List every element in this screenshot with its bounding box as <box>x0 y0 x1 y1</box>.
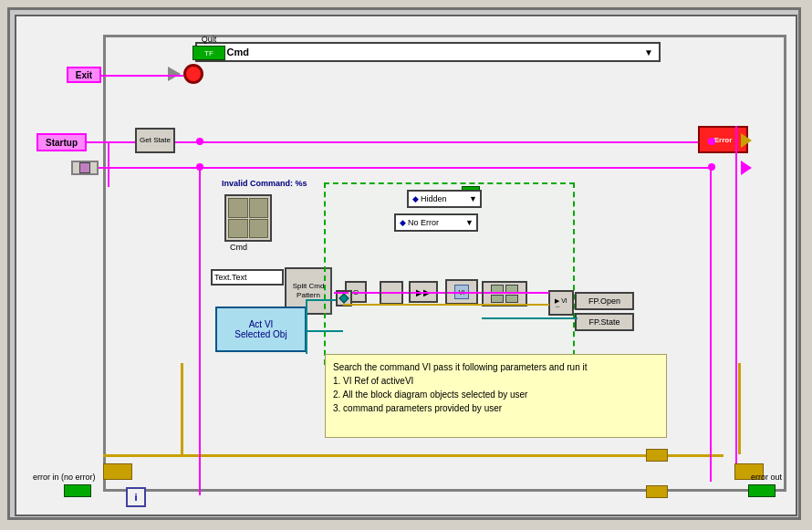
act-vi-node[interactable]: Act VI Selected Obj <box>215 307 307 352</box>
no-error-label: No Error <box>408 218 439 227</box>
left-indicator-1 <box>71 161 99 175</box>
act-vi-line2: Selected Obj <box>234 329 286 339</box>
page-identifier: i <box>126 487 146 507</box>
yellow-mid-node <box>646 449 668 462</box>
long-pink-wire <box>175 141 713 143</box>
error-in-indicator <box>64 484 91 497</box>
yellow-bottom-node <box>646 485 668 498</box>
cmd-array-display <box>224 194 272 242</box>
error-out-indicator <box>748 484 776 497</box>
tf-indicator: TF <box>193 46 225 60</box>
yellow-box-left <box>103 463 132 480</box>
trigger-arrow <box>168 67 181 81</box>
info-line4: 3. command parameters provided by user <box>333 401 659 415</box>
connector-dot-3 <box>196 163 203 171</box>
mid-h-wire-4 <box>411 292 445 294</box>
stop-button[interactable] <box>183 64 203 84</box>
connector-dot-2 <box>708 138 715 145</box>
mid-h-wire-2 <box>352 292 380 294</box>
info-line1: Search the command VI pass it following … <box>333 360 659 374</box>
info-line2: 1. VI Ref of activeVI <box>333 374 659 388</box>
act-vi-line1: Act VI <box>249 319 274 329</box>
fp-open-node[interactable]: FP.Open <box>575 292 634 310</box>
connector-dot-4 <box>708 163 715 171</box>
yellow-mid-wire <box>343 304 549 306</box>
inner-green-frame <box>324 182 575 365</box>
hidden-dropdown[interactable]: ◆ Hidden ▼ <box>407 190 482 208</box>
arrow-right-2 <box>741 161 752 175</box>
vi-small-box[interactable]: ▶ VI ↔ <box>548 290 574 316</box>
exit-button[interactable]: Exit <box>67 67 101 83</box>
dropdown-icon: ▼ <box>644 47 653 57</box>
run-cmd-dropdown[interactable]: Run Cmd ▼ <box>195 42 661 62</box>
startup-button[interactable]: Startup <box>36 133 87 151</box>
mid-h-wire-6 <box>484 292 549 294</box>
pink-v-wire-inner-right <box>710 167 712 482</box>
arrow-right-1 <box>741 133 752 148</box>
error-out-label: error out <box>751 473 782 482</box>
cyan-wire-v <box>306 299 307 354</box>
startup-wire-h <box>87 141 135 143</box>
pink-v-wire-inner-left <box>199 167 201 495</box>
yellow-wire-h <box>103 454 724 457</box>
left-v-wire-pink <box>108 141 109 187</box>
mid-h-wire-3 <box>381 292 409 294</box>
fp-state-node[interactable]: FP.State <box>575 313 634 331</box>
node-cluster-right[interactable] <box>482 281 527 307</box>
invalid-command-text: Invalid Command: %s <box>222 179 307 188</box>
mid-h-wire-1 <box>334 292 349 294</box>
quit-label: Quit <box>192 35 226 44</box>
cyan-inner-wire <box>482 317 578 319</box>
hidden-label: Hidden <box>421 194 447 203</box>
no-error-dropdown[interactable]: ◆ No Error ▼ <box>394 213 478 232</box>
get-state-node[interactable]: Get State <box>135 128 175 153</box>
exit-wire-h <box>101 75 183 77</box>
cyan-wire-h <box>307 330 343 332</box>
yellow-v-wire-left <box>181 363 183 454</box>
search-info-box: Search the command VI pass it following … <box>325 354 667 438</box>
second-pink-wire <box>99 167 713 169</box>
mid-h-wire-5 <box>447 292 482 294</box>
yellow-v-wire-right <box>738 363 741 454</box>
cmd-label: Cmd <box>230 243 247 252</box>
text-text-input[interactable]: Text.Text <box>211 269 284 286</box>
error-in-label: error in (no error) <box>33 473 96 482</box>
right-v-wire-pink <box>735 126 737 473</box>
connector-dot-1 <box>196 138 203 145</box>
info-line3: 2. All the block diagram objects selecte… <box>333 388 659 401</box>
